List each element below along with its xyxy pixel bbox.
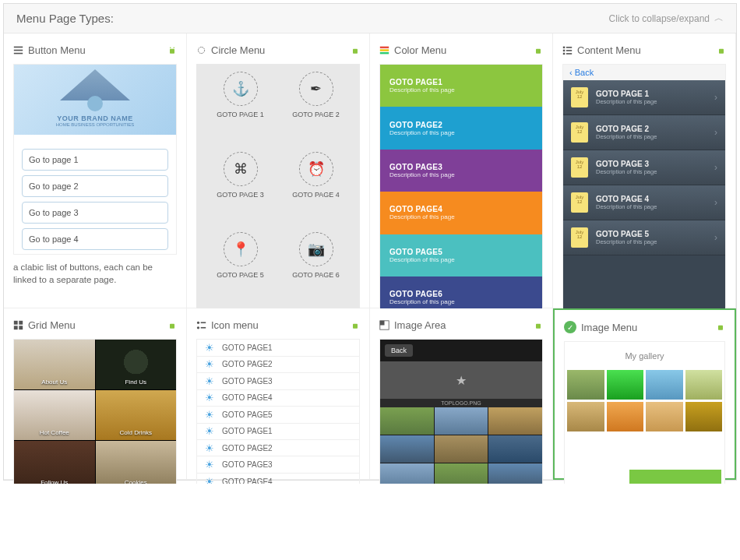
chevron-up-icon: ︿: [714, 12, 724, 25]
image-cell: [488, 407, 542, 435]
svg-rect-19: [14, 321, 18, 325]
menu-page-types-panel: Menu Page Types: Click to collapse/expan…: [3, 3, 737, 481]
note-icon: July12: [571, 157, 588, 178]
image-cell: [435, 407, 488, 435]
back-button: ‹ Back: [563, 65, 725, 80]
image-cell: [380, 463, 434, 484]
platforms: [530, 321, 543, 330]
svg-rect-10: [380, 52, 389, 54]
sun-icon: ☀: [205, 392, 214, 403]
content-list-icon: [562, 45, 573, 55]
platforms: [347, 46, 360, 55]
card-title-text: Image Area: [394, 319, 446, 331]
android-icon: [534, 321, 543, 330]
image-thumb: [685, 370, 723, 400]
sun-icon: ☀: [205, 342, 214, 354]
grid-icon: [13, 320, 23, 330]
image-thumb: [567, 402, 604, 431]
sun-icon: ☀: [205, 409, 214, 421]
sun-icon: ☀: [205, 442, 214, 454]
panel-header[interactable]: Menu Page Types: Click to collapse/expan…: [4, 4, 736, 33]
card-content-menu[interactable]: Content Menu ‹ Back July12GOTO PAGE 1Des…: [553, 33, 736, 308]
chevron-right-icon: ›: [714, 92, 717, 103]
platforms: [714, 46, 726, 55]
svg-rect-18: [719, 48, 724, 53]
card-title-text: Grid Menu: [28, 319, 76, 331]
preview-image-area: Back ★ TOPLOGO.PNG: [379, 339, 543, 484]
collapse-toggle[interactable]: Click to collapse/expand ︿: [609, 12, 724, 25]
svg-rect-7: [353, 48, 358, 53]
preview-content-menu: ‹ Back July12GOTO PAGE 1Description of t…: [562, 64, 726, 319]
svg-point-6: [198, 47, 204, 53]
chevron-right-icon: ›: [714, 162, 717, 173]
card-title-text: Content Menu: [577, 44, 641, 56]
android-icon: [351, 321, 360, 330]
platforms: [530, 46, 543, 55]
sun-icon: ☀: [205, 425, 214, 437]
image-cell: [380, 407, 434, 435]
card-circle-menu[interactable]: Circle Menu ⚓GOTO PAGE 1 ✒GOTO PAGE 2 ⌘G…: [187, 33, 370, 308]
card-image-menu[interactable]: ✓ Image Menu My gallery: [553, 308, 736, 480]
preview-circle-menu: ⚓GOTO PAGE 1 ✒GOTO PAGE 2 ⌘GOTO PAGE 3 ⏰…: [196, 64, 360, 319]
svg-point-4: [170, 47, 171, 48]
svg-rect-25: [201, 322, 206, 324]
android-icon: [534, 46, 543, 55]
card-title-text: Image Menu: [581, 322, 637, 333]
platforms: [347, 321, 360, 330]
svg-point-5: [174, 47, 175, 48]
preview-color-menu: GOTO PAGE1Description of this page GOTO …: [379, 64, 543, 319]
image-area-icon: [379, 320, 389, 330]
svg-rect-2: [14, 53, 23, 55]
svg-rect-23: [170, 324, 174, 329]
svg-rect-17: [566, 53, 572, 55]
card-image-area[interactable]: Image Area Back ★ TOPLOGO.PNG web-based …: [370, 308, 553, 480]
chevron-right-icon: ›: [714, 127, 717, 138]
collapse-label: Click to collapse/expand: [609, 13, 710, 24]
svg-rect-31: [536, 324, 541, 329]
sun-icon: ☀: [205, 476, 214, 484]
panel-title: Menu Page Types:: [16, 12, 114, 25]
card-grid: Button Menu YOUR BRAND NAME HOME BUSINES…: [4, 33, 736, 480]
svg-rect-14: [563, 50, 565, 51]
preview-button-menu: YOUR BRAND NAME HOME BUSINESS OPPORTUNIT…: [13, 64, 177, 255]
sun-icon: ☀: [205, 375, 214, 387]
note-icon: July12: [571, 122, 588, 143]
camera-icon: 📷: [299, 232, 333, 266]
image-cell: [380, 435, 434, 463]
preview-image-menu: My gallery: [564, 341, 725, 484]
note-icon: July12: [571, 227, 588, 248]
image-cell: [435, 435, 488, 463]
card-icon-menu[interactable]: Icon menu ☀GOTO PAGE1 ☀GOTO PAGE2 ☀GOTO …: [187, 308, 370, 480]
svg-rect-8: [380, 47, 389, 48]
image-cell: [435, 463, 488, 484]
card-button-menu[interactable]: Button Menu YOUR BRAND NAME HOME BUSINES…: [4, 33, 187, 308]
card-description: a clabic list of buttons, each can be li…: [13, 261, 177, 286]
android-icon: [717, 46, 726, 55]
card-title-text: Circle Menu: [211, 44, 265, 56]
svg-point-24: [197, 322, 199, 324]
svg-rect-22: [19, 326, 23, 330]
preview-button: Go to page 1: [22, 149, 168, 171]
card-color-menu[interactable]: Color Menu GOTO PAGE1Description of this…: [370, 33, 553, 308]
svg-rect-21: [14, 326, 18, 330]
svg-rect-28: [353, 324, 358, 329]
svg-rect-1: [14, 50, 23, 51]
platforms: [713, 322, 725, 332]
card-title-text: Icon menu: [211, 319, 259, 331]
svg-rect-15: [566, 50, 572, 51]
check-icon: ✓: [564, 321, 576, 333]
image-thumb: [567, 370, 604, 400]
preview-button: Go to page 4: [22, 228, 168, 250]
svg-rect-27: [201, 327, 206, 329]
android-icon: [167, 46, 177, 55]
color-stack-icon: [379, 45, 389, 55]
svg-rect-13: [566, 47, 572, 48]
image-thumb: [646, 370, 683, 400]
note-icon: July12: [571, 87, 588, 107]
anchor-icon: ⚓: [224, 72, 258, 106]
brand-name: YOUR BRAND NAME: [56, 114, 135, 122]
card-title-text: Color Menu: [394, 44, 446, 56]
image-thumb: [646, 402, 683, 431]
card-grid-menu[interactable]: Grid Menu About Us Find Us Hot Coffee Co…: [4, 308, 187, 480]
preview-icon-menu: ☀GOTO PAGE1 ☀GOTO PAGE2 ☀GOTO PAGE3 ☀GOT…: [196, 339, 360, 484]
